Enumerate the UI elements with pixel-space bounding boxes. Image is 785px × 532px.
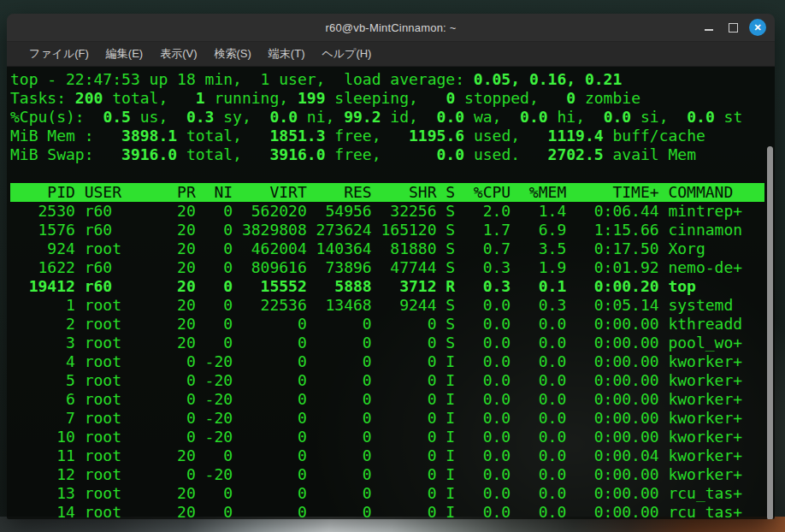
window-title: r60@vb-MintCinnamon: ~ bbox=[7, 21, 775, 34]
minimize-icon bbox=[705, 29, 713, 31]
process-row: 2530 r60 20 0 562020 54956 32256 S 2.0 1… bbox=[10, 202, 775, 221]
process-row: 1622 r60 20 0 809616 73896 47744 S 0.3 1… bbox=[10, 258, 775, 277]
process-row: 4 root 0 -20 0 0 0 I 0.0 0.0 0:00.00 kwo… bbox=[10, 352, 775, 371]
process-table-header: PID USER PR NI VIRT RES SHR S %CPU %MEM … bbox=[10, 183, 764, 202]
title-bar[interactable]: r60@vb-MintCinnamon: ~ ✕ bbox=[7, 14, 775, 42]
menu-item[interactable]: 端末(T) bbox=[260, 43, 314, 65]
summary-line: %Cpu(s): 0.5 us, 0.3 sy, 0.0 ni, 99.2 id… bbox=[10, 108, 775, 127]
close-button[interactable]: ✕ bbox=[749, 19, 766, 36]
maximize-button[interactable] bbox=[725, 20, 741, 35]
process-row: 13 root 20 0 0 0 0 I 0.0 0.0 0:00.00 rcu… bbox=[10, 484, 775, 503]
scrollbar-thumb[interactable] bbox=[767, 146, 773, 519]
menu-item[interactable]: 編集(E) bbox=[97, 43, 151, 65]
minimize-button[interactable] bbox=[701, 20, 717, 35]
menu-item[interactable]: 検索(S) bbox=[206, 43, 260, 65]
process-row: 2 root 20 0 0 0 0 S 0.0 0.0 0:00.00 kthr… bbox=[10, 315, 775, 334]
summary-line: MiB Swap: 3916.0 total, 3916.0 free, 0.0… bbox=[10, 145, 775, 164]
menu-item[interactable]: 表示(V) bbox=[151, 43, 205, 65]
process-row: 7 root 0 -20 0 0 0 I 0.0 0.0 0:00.00 kwo… bbox=[10, 409, 775, 428]
blank-line bbox=[10, 164, 775, 183]
menu-item[interactable]: ファイル(F) bbox=[21, 43, 97, 65]
summary-line: top - 22:47:53 up 18 min, 1 user, load a… bbox=[10, 70, 775, 89]
process-row: 5 root 0 -20 0 0 0 I 0.0 0.0 0:00.00 kwo… bbox=[10, 371, 775, 390]
process-row: 1576 r60 20 0 3829808 273624 165120 S 1.… bbox=[10, 221, 775, 239]
menu-bar: ファイル(F)編集(E)表示(V)検索(S)端末(T)ヘルプ(H) bbox=[7, 42, 775, 67]
window-controls: ✕ bbox=[701, 14, 766, 41]
terminal-screen[interactable]: top - 22:47:53 up 18 min, 1 user, load a… bbox=[7, 67, 775, 519]
top-summary: top - 22:47:53 up 18 min, 1 user, load a… bbox=[10, 70, 775, 164]
process-row: 10 root 0 -20 0 0 0 I 0.0 0.0 0:00.00 kw… bbox=[10, 428, 775, 446]
terminal-window: r60@vb-MintCinnamon: ~ ✕ ファイル(F)編集(E)表示(… bbox=[7, 14, 775, 519]
process-row: 19412 r60 20 0 15552 5888 3712 R 0.3 0.1… bbox=[10, 277, 775, 296]
summary-line: MiB Mem : 3898.1 total, 1851.3 free, 119… bbox=[10, 127, 775, 145]
process-row: 1 root 20 0 22536 13468 9244 S 0.0 0.3 0… bbox=[10, 296, 775, 315]
process-row: 6 root 0 -20 0 0 0 I 0.0 0.0 0:00.00 kwo… bbox=[10, 390, 775, 409]
process-row: 14 root 20 0 0 0 0 I 0.0 0.0 0:00.00 rcu… bbox=[10, 503, 775, 519]
process-row: 3 root 20 0 0 0 0 S 0.0 0.0 0:00.00 pool… bbox=[10, 334, 775, 352]
process-rows: 2530 r60 20 0 562020 54956 32256 S 2.0 1… bbox=[10, 202, 775, 519]
menu-item[interactable]: ヘルプ(H) bbox=[313, 43, 380, 65]
process-row: 924 root 20 0 462004 140364 81880 S 0.7 … bbox=[10, 239, 775, 258]
process-row: 11 root 20 0 0 0 0 I 0.0 0.0 0:00.04 kwo… bbox=[10, 446, 775, 465]
maximize-icon bbox=[729, 23, 738, 33]
summary-line: Tasks: 200 total, 1 running, 199 sleepin… bbox=[10, 89, 775, 108]
process-row: 12 root 0 -20 0 0 0 I 0.0 0.0 0:00.00 kw… bbox=[10, 465, 775, 484]
